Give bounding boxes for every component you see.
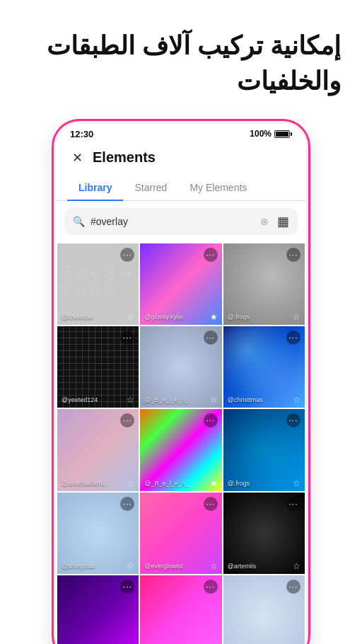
more-options-button[interactable]: ···: [286, 330, 300, 345]
tab-my-elements[interactable]: My Elements: [178, 175, 258, 200]
star-button[interactable]: ★: [210, 478, 218, 488]
star-button[interactable]: ☆: [210, 561, 218, 571]
grid-item: ··· @yeeted124 ☆: [57, 326, 139, 408]
username-label: @.frogs: [228, 314, 250, 321]
search-icon: 🔍: [73, 216, 85, 227]
more-options-button[interactable]: ···: [120, 413, 134, 427]
status-time: 12:30: [70, 129, 93, 139]
more-options-button[interactable]: ···: [204, 580, 218, 594]
grid-item: ··· @arixcharlixmi... ☆: [57, 409, 139, 490]
tab-library[interactable]: Library: [67, 175, 123, 200]
grid-item: ··· @.frogs ☆: [223, 243, 305, 325]
star-button[interactable]: ☆: [127, 312, 134, 322]
username-label: @arixcharlixmi...: [62, 480, 109, 487]
username-label: @everglowist: [144, 563, 182, 570]
star-button[interactable]: ☆: [127, 395, 134, 405]
username-label: @rzvenclw: [62, 314, 93, 321]
grid-container: ♡ ♡ ♡ ♡ ♡ ♡ ♡ ♡ ♡ ··· @rzvenclw ☆ ··· @g…: [56, 242, 306, 644]
grid-item: ··· ☆: [140, 575, 221, 644]
star-button[interactable]: ☆: [293, 312, 300, 322]
username-label: @artemiis: [228, 563, 257, 570]
top-section: إمكانية تركيب آلاف الطبقات والخلفيات: [0, 0, 362, 121]
star-button[interactable]: ☆: [293, 478, 300, 488]
search-bar: 🔍 #overlay ⊗ ▦: [64, 208, 298, 235]
battery-icon: [274, 130, 292, 138]
tab-starred[interactable]: Starred: [123, 175, 178, 200]
phone-wrapper: 12:30 100% ✕ Elements Library Starred: [0, 121, 362, 644]
grid-item: ♡ ♡ ♡ ♡ ♡ ♡ ♡ ♡ ♡ ··· @rzvenclw ☆: [57, 243, 139, 325]
grid-item: ··· @_B_e_l_e_n_ ☆: [140, 326, 221, 408]
arabic-title: إمكانية تركيب آلاف الطبقات والخلفيات: [21, 28, 341, 100]
username-label: @.frogs: [228, 480, 250, 487]
more-options-button[interactable]: ···: [120, 248, 134, 262]
status-bar: 12:30 100%: [56, 123, 306, 142]
app-header: ✕ Elements: [56, 142, 306, 175]
phone-frame: 12:30 100% ✕ Elements Library Starred: [54, 121, 308, 644]
more-options-button[interactable]: ···: [120, 580, 134, 594]
grid-item: ··· @christtmas ☆: [223, 326, 305, 408]
star-button[interactable]: ☆: [293, 395, 300, 405]
qr-icon[interactable]: ▦: [277, 214, 289, 229]
star-button[interactable]: ☆: [210, 395, 218, 405]
more-options-button[interactable]: ···: [204, 248, 218, 262]
grid-item: ··· @everglowist ☆: [140, 493, 221, 574]
more-options-button[interactable]: ···: [286, 497, 300, 511]
star-button[interactable]: ★: [210, 312, 218, 322]
grid-item: ··· @_B_e_l_e_n_ ★: [140, 409, 221, 490]
star-button[interactable]: ☆: [127, 561, 134, 571]
more-options-button[interactable]: ···: [286, 248, 300, 262]
more-options-button[interactable]: ···: [204, 497, 218, 511]
header-title: Elements: [93, 149, 156, 166]
grid-item: ··· @.frogs ☆: [223, 409, 305, 490]
grid-item: ··· @artemiis ☆: [223, 493, 305, 574]
username-label: @_B_e_l_e_n_: [144, 480, 188, 487]
star-button[interactable]: ☆: [293, 561, 300, 571]
grid-item: ··· ☆: [223, 575, 305, 644]
username-label: @yeeted124: [62, 396, 98, 403]
username-label: @christtmas: [228, 396, 263, 403]
tabs-bar: Library Starred My Elements: [56, 175, 306, 201]
grid-item: ··· @shinychar ☆: [57, 493, 139, 574]
more-options-button[interactable]: ···: [204, 330, 218, 345]
grid-item: ··· @glossy.kylie ★: [140, 243, 221, 325]
more-options-button[interactable]: ···: [204, 413, 218, 427]
close-button[interactable]: ✕: [67, 148, 87, 168]
clear-search-button[interactable]: ⊗: [260, 216, 269, 227]
username-label: @glossy.kylie: [144, 314, 182, 321]
username-label: @_B_e_l_e_n_: [144, 396, 188, 403]
star-button[interactable]: ☆: [127, 478, 134, 488]
battery-percent: 100%: [250, 129, 272, 139]
status-right: 100%: [250, 129, 292, 139]
username-label: @shinychar: [62, 563, 95, 570]
search-value[interactable]: #overlay: [90, 216, 255, 227]
grid-item: ··· ☆: [57, 575, 139, 644]
